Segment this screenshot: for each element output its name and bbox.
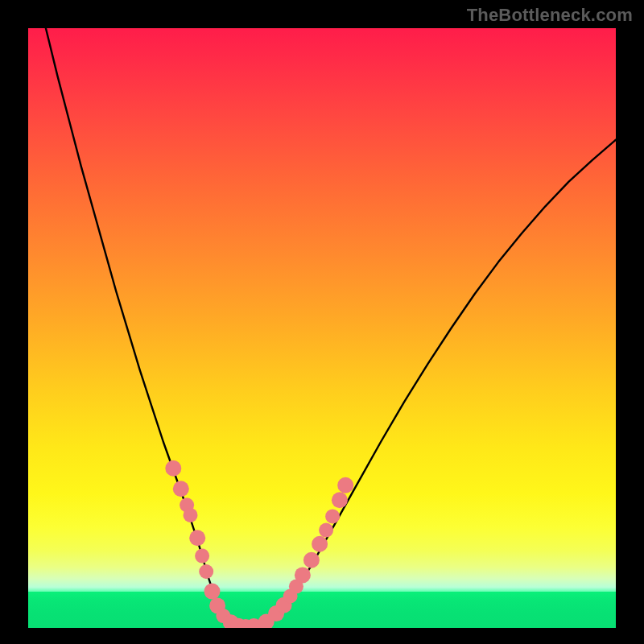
highlight-dot [184, 508, 198, 522]
highlight-dot [312, 536, 328, 552]
highlight-dot [199, 564, 213, 579]
bottleneck-svg [28, 28, 616, 628]
highlight-dot [303, 552, 320, 568]
highlight-dot [165, 460, 181, 477]
highlight-dot [173, 481, 189, 497]
highlight-dots [165, 460, 353, 628]
highlight-dot [295, 567, 311, 583]
bottleneck-curve [46, 28, 616, 627]
highlight-dot [337, 477, 353, 493]
highlight-dot [332, 492, 348, 508]
highlight-dot [204, 584, 221, 600]
chart-frame: TheBottleneck.com [0, 0, 644, 644]
highlight-dot [325, 509, 340, 523]
watermark-text: TheBottleneck.com [467, 5, 633, 26]
plot-area [28, 28, 616, 628]
highlight-dot [189, 530, 205, 546]
highlight-dot [319, 523, 333, 538]
highlight-dot [195, 549, 209, 564]
